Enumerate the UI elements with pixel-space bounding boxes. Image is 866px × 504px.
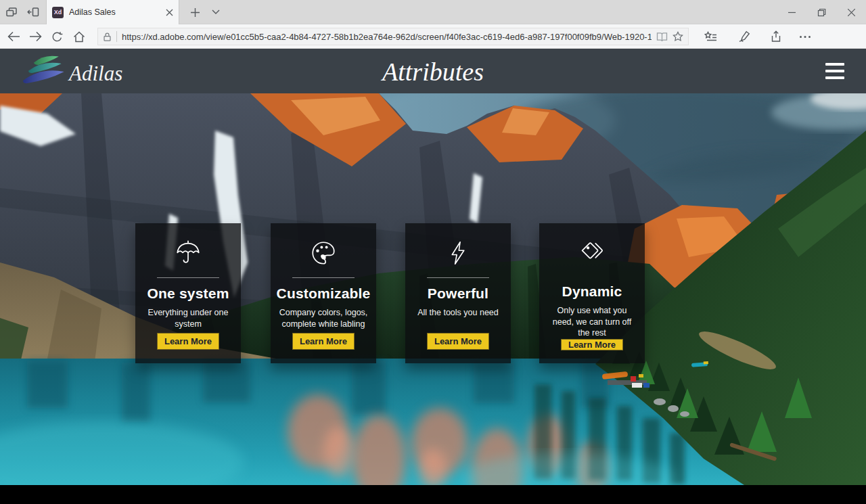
- new-tab-button[interactable]: [184, 0, 206, 24]
- share-icon: [770, 30, 782, 43]
- feature-card-one-system: One system Everything under one system L…: [135, 223, 241, 363]
- refresh-button[interactable]: [46, 24, 68, 49]
- card-description: All the tools you need: [416, 307, 500, 319]
- forward-button[interactable]: [24, 24, 46, 49]
- hamburger-bar: [825, 76, 844, 79]
- lock-icon: [103, 32, 112, 42]
- back-icon: [7, 31, 20, 42]
- plus-icon: [191, 8, 200, 17]
- card-description: Everything under one system: [141, 307, 235, 329]
- umbrella-icon: [174, 238, 202, 268]
- hamburger-menu-button[interactable]: [825, 63, 844, 79]
- learn-more-button[interactable]: Learn More: [427, 333, 489, 350]
- tab-title: Adilas Sales: [69, 7, 160, 17]
- feature-card-customizable: Customizable Company colors, logos, comp…: [271, 223, 376, 363]
- card-description: Only use what you need, we can turn off …: [545, 305, 639, 339]
- close-window-button[interactable]: [836, 0, 866, 24]
- card-divider: [292, 277, 355, 278]
- hub-star-list-icon: [704, 31, 717, 43]
- home-icon: [73, 31, 85, 43]
- tab-close-button[interactable]: [166, 9, 173, 16]
- minimize-button[interactable]: [777, 0, 806, 24]
- letterbox-bar: [0, 485, 866, 504]
- tags-icon: [577, 238, 607, 267]
- restore-button[interactable]: [806, 0, 836, 24]
- tab-list-button[interactable]: [206, 0, 226, 24]
- feature-card-powerful: Powerful All the tools you need Learn Mo…: [405, 223, 511, 363]
- home-button[interactable]: [68, 24, 91, 49]
- refresh-icon: [51, 31, 63, 43]
- page-title: Attributes: [0, 57, 866, 87]
- chevron-down-icon: [212, 9, 220, 15]
- tab-preview-button[interactable]: [1, 0, 22, 24]
- url-text: https://xd.adobe.com/view/e01cc5b5-caa2-…: [122, 32, 652, 42]
- set-tabs-aside-button[interactable]: [23, 0, 43, 24]
- learn-more-button[interactable]: Learn More: [157, 333, 219, 350]
- card-divider: [157, 277, 219, 278]
- back-button[interactable]: [3, 24, 24, 49]
- card-divider: [427, 277, 489, 278]
- add-favorite-button[interactable]: [673, 31, 683, 42]
- learn-more-button[interactable]: Learn More: [561, 339, 623, 350]
- tab-preview-icon: [5, 6, 18, 18]
- star-icon: [673, 31, 683, 42]
- web-note-button[interactable]: [732, 24, 756, 49]
- window-controls: [777, 0, 866, 24]
- url-field[interactable]: https://xd.adobe.com/view/e01cc5b5-caa2-…: [97, 28, 689, 45]
- hamburger-bar: [825, 63, 844, 66]
- learn-more-button[interactable]: Learn More: [292, 333, 355, 350]
- share-button[interactable]: [764, 24, 788, 49]
- reading-view-button[interactable]: [656, 32, 668, 41]
- card-description: Company colors, logos, complete white la…: [276, 307, 371, 329]
- lightning-icon: [445, 238, 472, 268]
- close-icon: [848, 9, 855, 16]
- adobe-xd-favicon: Xd: [52, 7, 64, 18]
- card-title: Dynamic: [562, 283, 622, 300]
- favorites-hub-button[interactable]: [698, 24, 723, 49]
- forward-icon: [29, 31, 42, 42]
- reading-view-icon: [656, 32, 668, 41]
- card-title: Customizable: [277, 285, 371, 302]
- minimize-icon: [788, 9, 796, 16]
- url-divider: [116, 31, 117, 42]
- feature-card-dynamic: Dynamic Only use what you need, we can t…: [539, 223, 645, 363]
- palette-icon: [309, 238, 338, 268]
- card-title: One system: [147, 285, 229, 302]
- restore-icon: [817, 8, 826, 17]
- close-icon: [166, 9, 173, 16]
- card-title: Powerful: [428, 285, 488, 302]
- hamburger-bar: [825, 70, 844, 72]
- browser-tab[interactable]: Xd Adilas Sales: [46, 0, 179, 24]
- ellipsis-icon: [799, 35, 811, 39]
- more-options-button[interactable]: [793, 24, 817, 49]
- set-tabs-aside-icon: [27, 6, 39, 18]
- pen-icon: [738, 30, 750, 43]
